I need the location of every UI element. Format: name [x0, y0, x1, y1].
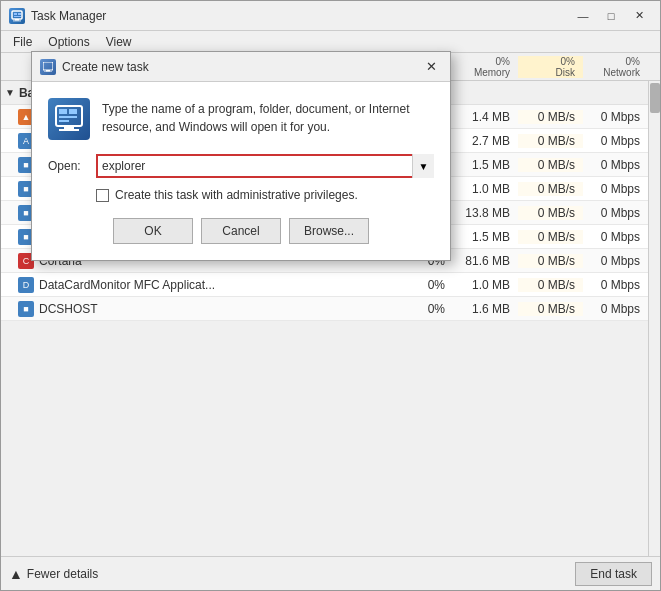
svg-rect-12	[59, 116, 77, 118]
svg-rect-11	[69, 109, 77, 114]
dialog-open-label: Open:	[48, 159, 88, 173]
svg-rect-7	[46, 70, 50, 72]
svg-rect-13	[59, 120, 69, 122]
dialog-program-input[interactable]	[96, 154, 434, 178]
dialog-admin-checkbox[interactable]	[96, 189, 109, 202]
dialog-close-button[interactable]: ✕	[420, 57, 442, 77]
dialog-cancel-button[interactable]: Cancel	[201, 218, 281, 244]
create-task-dialog: Create new task ✕	[31, 51, 451, 261]
dialog-icon	[40, 59, 56, 75]
dialog-description-text: Type the name of a program, folder, docu…	[102, 98, 434, 136]
svg-rect-10	[59, 109, 67, 114]
dialog-title-bar: Create new task ✕	[32, 52, 450, 82]
svg-rect-14	[64, 126, 74, 129]
svg-rect-15	[59, 129, 79, 131]
dialog-overlay: Create new task ✕	[1, 1, 660, 590]
dialog-input-wrapper: ▼	[96, 154, 434, 178]
dialog-ok-button[interactable]: OK	[113, 218, 193, 244]
dialog-body: Type the name of a program, folder, docu…	[32, 82, 450, 260]
dialog-description: Type the name of a program, folder, docu…	[48, 98, 434, 140]
dialog-checkbox-row: Create this task with administrative pri…	[96, 188, 434, 202]
svg-rect-6	[43, 62, 53, 70]
dialog-big-icon	[48, 98, 90, 140]
dialog-title-left: Create new task	[40, 59, 149, 75]
dialog-buttons: OK Cancel Browse...	[48, 218, 434, 244]
dialog-open-row: Open: ▼	[48, 154, 434, 178]
dialog-checkbox-label: Create this task with administrative pri…	[115, 188, 358, 202]
dialog-title-text: Create new task	[62, 60, 149, 74]
dialog-dropdown-button[interactable]: ▼	[412, 154, 434, 178]
task-manager-window: Task Manager — □ ✕ File Options View 0% …	[0, 0, 661, 591]
svg-rect-8	[44, 71, 52, 72]
dialog-browse-button[interactable]: Browse...	[289, 218, 369, 244]
